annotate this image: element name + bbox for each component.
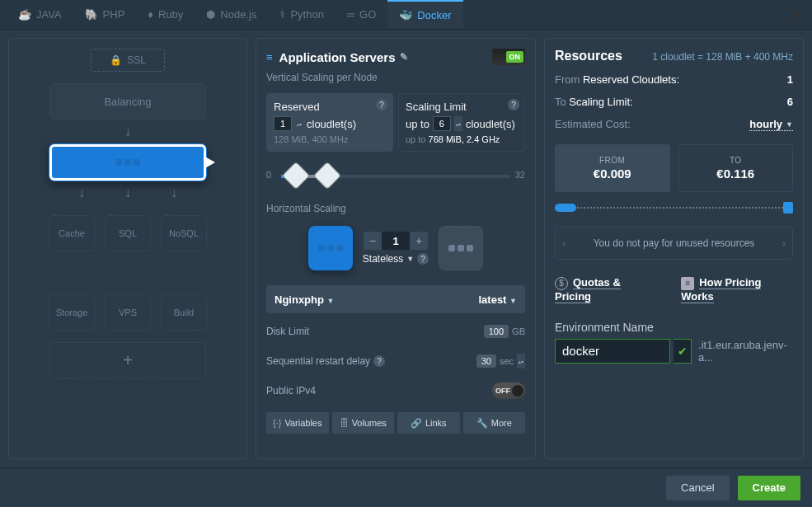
tab-label: JAVA [36, 8, 62, 21]
help-icon[interactable]: ? [376, 99, 387, 110]
section-title: Application Servers [279, 50, 396, 64]
hs-mode-select[interactable]: Stateless ▼ ? [363, 253, 429, 265]
stepper-icon[interactable]: ▴▾ [517, 354, 525, 369]
limit-input[interactable]: 6 [433, 116, 451, 131]
tab-label: Docker [417, 9, 451, 21]
ssl-button[interactable]: 🔒SSL [91, 49, 165, 72]
lock-icon: 🔒 [110, 54, 122, 66]
period-value: hourly [749, 118, 782, 130]
create-button[interactable]: Create [738, 476, 800, 500]
chevron-right-icon[interactable]: › [782, 237, 786, 249]
more-button[interactable]: 🔧More [463, 412, 526, 434]
tab-label: PHP [103, 8, 125, 21]
layer-toggle[interactable]: ON [492, 49, 525, 65]
image-select[interactable]: Nginxphp ▼ latest ▼ [266, 285, 525, 313]
app-server-slot[interactable] [49, 144, 206, 181]
restart-unit: sec [500, 356, 514, 366]
hs-minus-button[interactable]: − [364, 232, 382, 250]
help-icon[interactable]: ? [508, 99, 519, 110]
tab-go[interactable]: ═GO [336, 0, 387, 29]
slider-min: 0 [266, 170, 271, 180]
disk-icon: 🗄 [340, 418, 349, 428]
toggle-knob [512, 385, 523, 397]
stepper-icon[interactable]: ▴▾ [295, 116, 303, 131]
variables-button[interactable]: {·}Variables [266, 412, 329, 434]
hs-node-placeholder[interactable] [439, 226, 483, 270]
dialog-footer: Cancel Create [0, 467, 812, 507]
env-name-input[interactable] [555, 339, 670, 364]
pricing-info-text: You do not pay for unused resources [594, 237, 755, 249]
hs-node-active[interactable] [308, 226, 353, 270]
ssl-label: SSL [127, 54, 146, 66]
build-slot[interactable]: Build [161, 294, 207, 331]
resources-title: Resources [555, 49, 622, 63]
layers-icon: ≡ [266, 51, 273, 63]
add-extra-slot[interactable]: + [49, 342, 206, 378]
php-icon: 🐘 [85, 8, 98, 21]
storage-slot[interactable]: Storage [49, 294, 95, 331]
edit-icon[interactable]: ✎ [400, 51, 408, 63]
cancel-button[interactable]: Cancel [666, 476, 729, 500]
balancing-slot[interactable]: Balancing [49, 83, 206, 120]
limit-title: Scaling Limit [406, 101, 467, 113]
tab-ruby[interactable]: ♦Ruby [136, 0, 195, 29]
stepper-icon[interactable]: ▴▾ [454, 116, 462, 131]
btn-label: Links [425, 418, 447, 428]
links-button[interactable]: 🔗Links [397, 412, 460, 434]
slider-handle-reserved[interactable] [286, 166, 307, 187]
disk-unit: GB [512, 326, 525, 336]
restart-value[interactable]: 30 [476, 354, 496, 368]
horizontal-scaling-label: Horizontal Scaling [266, 203, 525, 214]
mini-label: Cache [59, 228, 85, 238]
limit-box: ? Scaling Limit up to 6▴▾ cloudlet(s) up… [398, 93, 525, 152]
pricing-info-strip: ‹ You do not pay for unused resources › [555, 227, 793, 260]
help-icon[interactable]: ? [417, 253, 429, 265]
cost-from-box: FROM €0.009 [555, 144, 670, 192]
toggle-state: OFF [495, 387, 510, 395]
tab-docker[interactable]: 🐳Docker [387, 0, 462, 29]
topology-column: 🔒SSL Balancing ↓ ↓ ↓ ↓ Cache SQL NoSQL S… [8, 38, 247, 459]
chevron-down-icon: ▼ [509, 297, 517, 305]
ipv4-label: Public IPv4 [266, 385, 316, 397]
arrow-down-icon: ↓ [171, 185, 177, 200]
check-icon: ✔ [674, 339, 692, 364]
volumes-button[interactable]: 🗄Volumes [332, 412, 395, 434]
tab-php[interactable]: 🐘PHP [73, 0, 137, 29]
limit-sub-prefix: up to [406, 134, 425, 144]
quotas-link[interactable]: $Quotas & Pricing [555, 276, 656, 303]
env-domain: .it1.eur.aruba.jenv-a... [698, 339, 793, 364]
cloudlet-legend: 1 cloudlet = 128 MiB + 400 MHz [652, 51, 793, 63]
cost-label: Estimated Cost: [555, 118, 631, 131]
period-select[interactable]: hourly▼ [749, 118, 793, 131]
disk-limit-value[interactable]: 100 [484, 325, 509, 338]
nosql-slot[interactable]: NoSQL [161, 215, 207, 251]
howpricing-link[interactable]: ≡How Pricing Works [681, 276, 793, 303]
go-icon: ═ [347, 8, 354, 21]
sql-slot[interactable]: SQL [105, 215, 151, 251]
to-text: Scaling Limit: [569, 96, 632, 108]
slider-max: 32 [515, 170, 525, 180]
hs-plus-button[interactable]: + [410, 232, 428, 250]
reserved-input[interactable]: 1 [274, 116, 292, 131]
tab-node[interactable]: ⬢Node.js [195, 0, 268, 29]
limit-sub: 768 MiB, 2.4 GHz [429, 134, 500, 144]
cache-slot[interactable]: Cache [49, 215, 95, 251]
ruby-icon: ♦ [148, 8, 153, 21]
help-icon[interactable]: ? [373, 355, 385, 367]
arrow-down-icon: ↓ [124, 124, 131, 139]
tab-java[interactable]: ☕JAVA [7, 0, 73, 29]
chevron-left-icon[interactable]: ‹ [562, 237, 566, 249]
close-icon[interactable]: ✕ [791, 7, 804, 25]
disk-limit-label: Disk Limit [266, 326, 309, 337]
slider-handle-limit[interactable] [317, 166, 339, 187]
tab-label: Python [290, 8, 323, 21]
ipv4-toggle[interactable]: OFF [492, 383, 525, 399]
btn-label: More [491, 418, 512, 428]
from-label: From [555, 73, 580, 86]
limit-prefix: up to [406, 118, 429, 130]
vps-slot[interactable]: VPS [105, 294, 151, 331]
tab-python[interactable]: ⚕Python [268, 0, 335, 29]
cloudlet-slider[interactable]: 0 32 [266, 162, 525, 190]
hs-mode-label: Stateless [363, 253, 403, 265]
restart-label: Sequential restart delay [266, 355, 370, 367]
